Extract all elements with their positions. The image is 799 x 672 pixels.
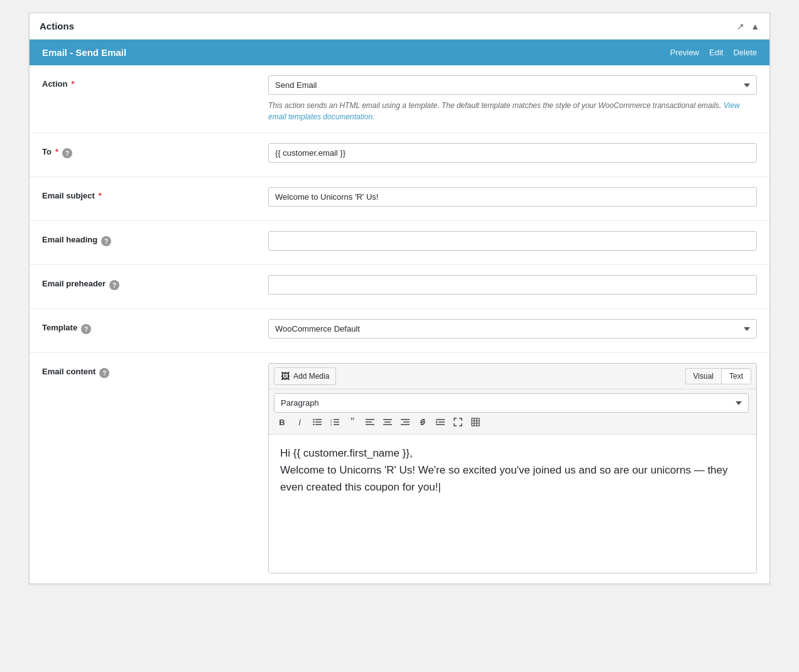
email-heading-label: Email heading ? (42, 231, 268, 246)
email-subject-input[interactable] (268, 187, 757, 207)
template-field: WooCommerce Default (268, 319, 757, 339)
svg-text:3.: 3. (330, 423, 332, 426)
svg-point-3 (313, 419, 314, 420)
svg-point-4 (313, 421, 314, 423)
content-paragraph-2: Welcome to Unicorns 'R' Us! We're so exc… (280, 462, 745, 496)
format-select[interactable]: Paragraph (274, 393, 749, 413)
indent-button[interactable] (432, 414, 448, 430)
email-heading-field (268, 231, 757, 251)
action-required: * (71, 79, 74, 89)
form-body: Action * Send Email This action sends an… (30, 65, 769, 583)
template-help-icon[interactable]: ? (81, 324, 91, 334)
actions-panel: Actions ↗ ▲ Email - Send Email Preview E… (29, 13, 770, 584)
editor-toolbar: Paragraph B I 1.2.3. " (269, 389, 756, 435)
italic-button[interactable]: I (291, 414, 308, 430)
panel-top-actions: ↗ ▲ (737, 21, 759, 31)
text-cursor (438, 481, 440, 493)
content-help-icon[interactable]: ? (99, 368, 109, 378)
fullscreen-button[interactable] (450, 414, 466, 430)
action-label: Action * (42, 75, 268, 89)
action-select[interactable]: Send Email (268, 75, 757, 95)
email-content-field: 🖼 Add Media Visual Text Paragraph (268, 363, 757, 573)
action-description: This action sends an HTML email using a … (268, 100, 757, 122)
content-paragraph-1: Hi {{ customer.first_name }}, (280, 445, 745, 462)
template-row: Template ? WooCommerce Default (30, 309, 769, 353)
email-content-label: Email content ? (42, 363, 268, 378)
editor-topbar: 🖼 Add Media Visual Text (269, 364, 756, 389)
blockquote-button[interactable]: " (344, 414, 361, 430)
to-input[interactable] (268, 143, 757, 163)
edit-button[interactable]: Edit (709, 48, 723, 57)
heading-help-icon[interactable]: ? (101, 236, 111, 246)
email-preheader-label: Email preheader ? (42, 275, 268, 290)
section-header: Email - Send Email Preview Edit Delete (30, 40, 769, 65)
table-button[interactable] (467, 414, 484, 430)
template-label: Template ? (42, 319, 268, 334)
preview-button[interactable]: Preview (670, 48, 699, 57)
delete-button[interactable]: Delete (733, 48, 757, 57)
svg-point-5 (313, 424, 314, 425)
align-left-button[interactable] (362, 414, 378, 430)
svg-rect-26 (472, 418, 479, 426)
to-label: To * ? (42, 143, 268, 158)
add-media-icon: 🖼 (281, 371, 290, 381)
template-select[interactable]: WooCommerce Default (268, 319, 757, 339)
editor-wrapper: 🖼 Add Media Visual Text Paragraph (268, 363, 757, 573)
email-preheader-row: Email preheader ? (30, 265, 769, 309)
to-field (268, 143, 757, 163)
unordered-list-button[interactable] (309, 414, 325, 430)
svg-marker-25 (436, 421, 438, 423)
visual-tab[interactable]: Visual (685, 368, 721, 384)
panel-header: Actions ↗ ▲ (30, 13, 769, 40)
email-heading-row: Email heading ? (30, 221, 769, 265)
preheader-help-icon[interactable]: ? (109, 280, 119, 290)
section-header-actions: Preview Edit Delete (670, 48, 757, 57)
align-right-button[interactable] (397, 414, 413, 430)
email-subject-row: Email subject * (30, 177, 769, 221)
view-tabs: Visual Text (685, 368, 751, 384)
email-heading-input[interactable] (268, 231, 757, 251)
email-subject-field (268, 187, 757, 207)
to-required: * (55, 147, 58, 156)
to-row: To * ? (30, 133, 769, 177)
editor-content[interactable]: Hi {{ customer.first_name }}, Welcome to… (269, 435, 756, 573)
panel-title: Actions (40, 21, 74, 31)
bold-button[interactable]: B (274, 414, 290, 430)
email-preheader-input[interactable] (268, 275, 757, 295)
subject-required: * (99, 191, 102, 200)
section-title: Email - Send Email (42, 47, 126, 58)
add-media-button[interactable]: 🖼 Add Media (274, 367, 336, 385)
collapse-icon[interactable]: ▲ (751, 21, 759, 31)
external-link-icon[interactable]: ↗ (737, 21, 744, 31)
link-button[interactable] (415, 414, 431, 430)
to-help-icon[interactable]: ? (62, 148, 72, 158)
email-content-row: Email content ? 🖼 Add Media Visual Text (30, 353, 769, 583)
text-tab[interactable]: Text (721, 368, 751, 384)
email-preheader-field (268, 275, 757, 295)
align-center-button[interactable] (379, 414, 396, 430)
email-subject-label: Email subject * (42, 187, 268, 200)
ordered-list-button[interactable]: 1.2.3. (327, 414, 343, 430)
action-row: Action * Send Email This action sends an… (30, 65, 769, 133)
svg-line-21 (421, 421, 425, 423)
action-field: Send Email This action sends an HTML ema… (268, 75, 757, 122)
